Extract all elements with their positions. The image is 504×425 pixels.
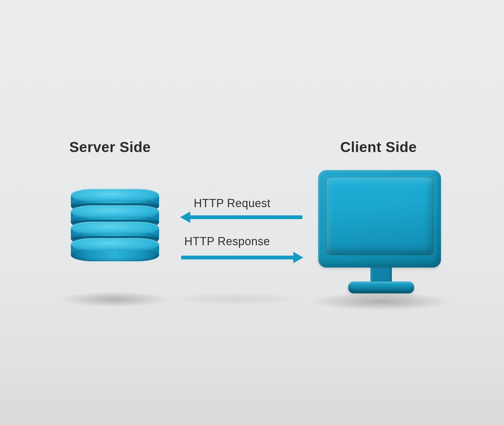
server-side-heading: Server Side	[69, 139, 151, 156]
monitor-bezel	[318, 170, 441, 268]
monitor-neck	[370, 268, 392, 283]
database-shadow	[60, 292, 170, 307]
monitor-shadow	[312, 293, 450, 310]
database-icon	[71, 189, 159, 261]
arrow-right-icon	[181, 256, 295, 259]
client-side-heading: Client Side	[340, 139, 417, 156]
arrow-left-icon	[189, 215, 302, 219]
monitor-base	[348, 281, 414, 293]
floor-shadow	[167, 293, 306, 305]
diagram-stage: Server Side Client Side HTTP Request HTT…	[0, 0, 504, 425]
http-request-label: HTTP Request	[194, 197, 270, 210]
monitor-screen	[326, 177, 433, 255]
http-response-label: HTTP Response	[184, 235, 270, 248]
monitor-icon	[318, 170, 444, 293]
